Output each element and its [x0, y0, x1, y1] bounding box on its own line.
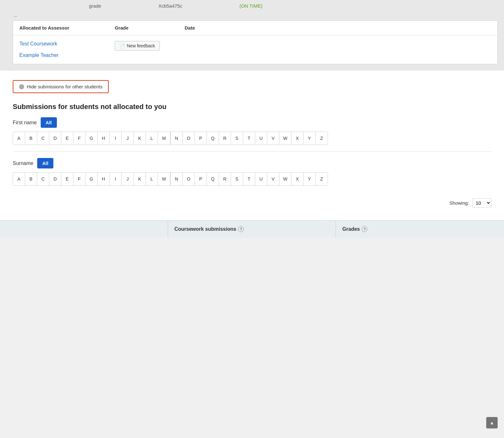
col-assessor-header: Allocated to Assessor	[19, 25, 115, 31]
letter-btn-R[interactable]: R	[219, 132, 231, 145]
letter-group-2: NOPQRSTUVWXYZ	[170, 173, 328, 185]
letter-btn-K[interactable]: K	[134, 132, 146, 145]
surname-label: Surname	[13, 161, 33, 166]
letter-btn-A[interactable]: A	[13, 132, 25, 145]
main-content: Hide submissions for other students Subm…	[0, 71, 504, 220]
col-grade-header: Grade	[115, 25, 185, 31]
letter-btn-I[interactable]: I	[110, 132, 122, 145]
letter-btn-W[interactable]: W	[279, 132, 291, 145]
surname-filter-row: Surname All	[13, 158, 491, 168]
letter-btn-M[interactable]: M	[158, 173, 170, 185]
col-date-header: Date	[185, 25, 248, 31]
letter-group-1: ABCDEFGHIJKLM	[13, 132, 170, 145]
grade-col: 📄 New feedback	[115, 41, 185, 51]
teacher-link[interactable]: Example Teacher	[19, 52, 115, 58]
letter-btn-Z[interactable]: Z	[316, 132, 328, 145]
firstname-label: First name	[13, 120, 37, 126]
letter-btn-Y[interactable]: Y	[303, 173, 316, 185]
divider-1	[13, 151, 491, 152]
firstname-letter-grid: ABCDEFGHIJKLMNOPQRSTUVWXYZ	[13, 132, 328, 145]
firstname-all-button[interactable]: All	[41, 117, 57, 128]
letter-btn-J[interactable]: J	[122, 173, 134, 185]
letter-btn-T[interactable]: T	[243, 132, 255, 145]
letter-btn-F[interactable]: F	[73, 132, 85, 145]
bottom-table-header: Coursework submissions ? Grades ?	[0, 220, 504, 238]
letter-btn-X[interactable]: X	[291, 132, 303, 145]
allocated-col-names: Test Coursework Example Teacher	[19, 41, 115, 58]
letter-btn-T[interactable]: T	[243, 173, 255, 185]
hide-submissions-button[interactable]: Hide submissions for other students	[13, 80, 109, 93]
showing-label: Showing:	[449, 200, 469, 206]
surname-letter-grid: ABCDEFGHIJKLMNOPQRSTUVWXYZ	[13, 172, 328, 186]
letter-btn-O[interactable]: O	[183, 132, 195, 145]
letter-btn-M[interactable]: M	[158, 132, 170, 145]
letter-btn-D[interactable]: D	[49, 173, 61, 185]
letter-btn-L[interactable]: L	[146, 132, 158, 145]
toggle-icon	[19, 84, 24, 89]
grade-id: Xcb5a475c	[158, 3, 182, 9]
letter-btn-H[interactable]: H	[98, 132, 110, 145]
surname-letter-container: ABCDEFGHIJKLMNOPQRSTUVWXYZ	[13, 172, 491, 186]
letter-btn-P[interactable]: P	[195, 132, 207, 145]
letter-btn-G[interactable]: G	[85, 173, 98, 185]
letter-btn-C[interactable]: C	[37, 132, 49, 145]
letter-btn-F[interactable]: F	[73, 173, 85, 185]
letter-btn-O[interactable]: O	[183, 173, 195, 185]
letter-btn-H[interactable]: H	[98, 173, 110, 185]
letter-btn-Q[interactable]: Q	[207, 173, 219, 185]
letter-btn-E[interactable]: E	[61, 132, 73, 145]
letter-btn-U[interactable]: U	[255, 173, 267, 185]
letter-btn-Q[interactable]: Q	[207, 132, 219, 145]
allocated-header: Allocated to Assessor Grade Date	[13, 21, 497, 35]
feedback-doc-icon: 📄	[119, 43, 125, 48]
letter-btn-Y[interactable]: Y	[303, 132, 316, 145]
letter-btn-B[interactable]: B	[25, 173, 37, 185]
letter-btn-K[interactable]: K	[134, 173, 146, 185]
arrow-indicator: →	[13, 13, 18, 19]
on-time-status: (ON TIME)	[239, 3, 262, 9]
letter-btn-V[interactable]: V	[267, 132, 279, 145]
letter-btn-B[interactable]: B	[25, 132, 37, 145]
grades-help-icon[interactable]: ?	[362, 226, 367, 232]
letter-btn-D[interactable]: D	[49, 132, 61, 145]
submissions-col-label: Coursework submissions	[174, 226, 236, 232]
letter-btn-E[interactable]: E	[61, 173, 73, 185]
letter-btn-R[interactable]: R	[219, 173, 231, 185]
letter-btn-W[interactable]: W	[279, 173, 291, 185]
letter-btn-P[interactable]: P	[195, 173, 207, 185]
showing-row: Showing: 10 25 50 100	[13, 192, 491, 211]
letter-btn-S[interactable]: S	[231, 132, 243, 145]
bottom-col-empty	[0, 221, 168, 238]
letter-group-1: ABCDEFGHIJKLM	[13, 173, 170, 185]
top-section: grade Xcb5a475c (ON TIME) → Allocated to…	[0, 0, 504, 71]
coursework-link[interactable]: Test Coursework	[19, 41, 115, 47]
new-feedback-button[interactable]: 📄 New feedback	[115, 41, 160, 51]
letter-btn-U[interactable]: U	[255, 132, 267, 145]
bottom-col-grades: Grades ?	[336, 221, 504, 238]
submissions-help-icon[interactable]: ?	[238, 226, 244, 232]
letter-btn-C[interactable]: C	[37, 173, 49, 185]
letter-btn-N[interactable]: N	[171, 132, 183, 145]
letter-btn-Z[interactable]: Z	[316, 173, 328, 185]
hide-toggle-wrapper: Hide submissions for other students	[13, 80, 491, 93]
letter-btn-S[interactable]: S	[231, 173, 243, 185]
letter-btn-I[interactable]: I	[110, 173, 122, 185]
section-title: Submissions for students not allocated t…	[13, 103, 491, 111]
letter-btn-G[interactable]: G	[85, 132, 98, 145]
letter-btn-N[interactable]: N	[171, 173, 183, 185]
letter-btn-X[interactable]: X	[291, 173, 303, 185]
firstname-filter-row: First name All	[13, 117, 491, 128]
letter-btn-A[interactable]: A	[13, 173, 25, 185]
surname-all-button[interactable]: All	[37, 158, 53, 168]
letter-btn-V[interactable]: V	[267, 173, 279, 185]
letter-btn-L[interactable]: L	[146, 173, 158, 185]
bottom-col-submissions: Coursework submissions ?	[168, 221, 336, 238]
allocated-row: Test Coursework Example Teacher 📄 New fe…	[13, 35, 497, 64]
grades-col-label: Grades	[342, 226, 360, 232]
letter-btn-J[interactable]: J	[122, 132, 134, 145]
firstname-letter-container: ABCDEFGHIJKLMNOPQRSTUVWXYZ	[13, 132, 491, 145]
grade-label: grade	[89, 3, 101, 9]
showing-select[interactable]: 10 25 50 100	[472, 198, 491, 208]
letter-group-2: NOPQRSTUVWXYZ	[170, 132, 328, 145]
allocated-table: Allocated to Assessor Grade Date Test Co…	[13, 20, 498, 64]
